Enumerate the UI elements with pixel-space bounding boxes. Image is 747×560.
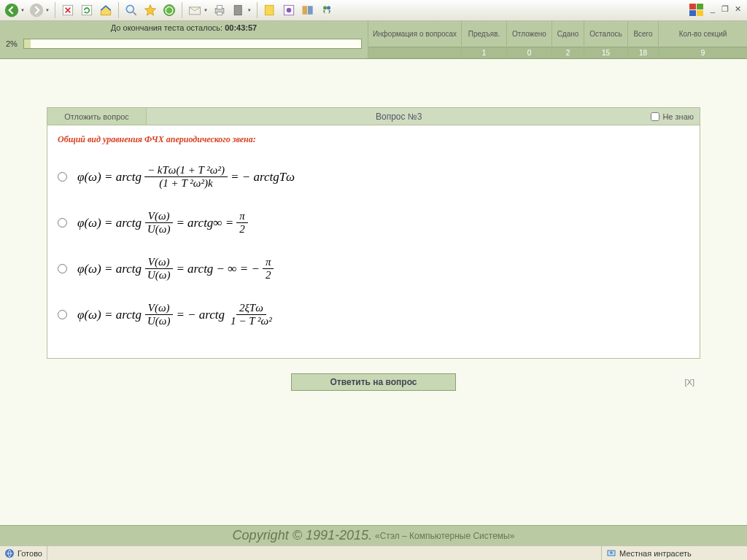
option-b: φ(ω) = arctg V(ω)U(ω) = arctg∞ = π2: [58, 206, 689, 240]
option-a-formula: φ(ω) = arctg − kTω(1 + T ²ω²)(1 + T ²ω²)…: [74, 160, 298, 194]
svg-rect-11: [265, 5, 274, 15]
notes-button[interactable]: [280, 1, 298, 19]
sections-val: 9: [659, 47, 747, 58]
timer-value: 00:43:57: [225, 23, 257, 32]
home-button[interactable]: [97, 1, 115, 19]
status-ready: Готово: [0, 546, 47, 560]
info-val: [368, 47, 461, 58]
close-button[interactable]: ✕: [732, 4, 743, 14]
remaining-label: Осталось: [584, 21, 627, 47]
postpone-button[interactable]: Отложить вопрос: [47, 108, 147, 125]
submitted-val: 2: [552, 47, 584, 58]
back-button[interactable]: [3, 1, 20, 19]
page-footer: Copyright © 1991-2015. «Стэл – Компьютер…: [0, 525, 747, 545]
svg-point-17: [327, 6, 330, 9]
option-b-radio[interactable]: [58, 218, 67, 228]
research-button[interactable]: [299, 1, 317, 19]
progress-row: 2%: [0, 34, 368, 53]
stop-button[interactable]: [59, 1, 77, 19]
question-number: Вопрос №3: [147, 112, 651, 122]
svg-rect-15: [308, 6, 313, 15]
minimize-button[interactable]: _: [708, 4, 718, 14]
option-a: φ(ω) = arctg − kTω(1 + T ²ω²)(1 + T ²ω²)…: [58, 160, 689, 194]
question-body: Общий вид уравнения ФЧХ апериодического …: [47, 125, 700, 358]
dontknow-checkbox[interactable]: [651, 112, 659, 121]
svg-point-4: [126, 5, 133, 12]
question-header: Отложить вопрос Вопрос №3 Не знаю: [47, 108, 700, 125]
messenger-button[interactable]: [318, 1, 336, 19]
presented-val: 1: [462, 47, 506, 58]
mail-dropdown-icon[interactable]: ▼: [204, 8, 208, 12]
svg-rect-21: [697, 10, 703, 16]
mail-button[interactable]: [186, 1, 204, 19]
timer-label: До окончания теста осталось:: [111, 23, 225, 32]
history-button[interactable]: [160, 1, 178, 19]
status-zone: Местная интрасеть: [601, 546, 747, 560]
test-header: До окончания теста осталось: 00:43:57 2%…: [0, 21, 747, 59]
svg-point-0: [5, 4, 18, 17]
discuss-button[interactable]: [261, 1, 279, 19]
windows-flag-icon: [689, 3, 705, 18]
svg-point-1: [30, 4, 43, 17]
option-b-formula: φ(ω) = arctg V(ω)U(ω) = arctg∞ = π2: [74, 206, 252, 240]
edit-dropdown-icon[interactable]: ▼: [247, 8, 252, 12]
option-d-radio[interactable]: [58, 310, 67, 319]
content-area: Отложить вопрос Вопрос №3 Не знаю Общий …: [0, 59, 747, 525]
timer-row: До окончания теста осталось: 00:43:57: [0, 21, 368, 34]
search-button[interactable]: [123, 1, 140, 19]
submitted-label: Сдано: [552, 21, 584, 47]
actions-row: Ответить на вопрос [X]: [47, 373, 700, 391]
total-val: 18: [628, 47, 658, 58]
intranet-icon: [606, 548, 616, 559]
status-bar: Готово Местная интрасеть: [0, 545, 747, 560]
svg-point-13: [286, 8, 291, 13]
copyright-text: Copyright © 1991-2015.: [233, 528, 372, 543]
option-c-radio[interactable]: [58, 264, 67, 273]
svg-rect-8: [217, 5, 222, 9]
question-panel: Отложить вопрос Вопрос №3 Не знаю Общий …: [47, 107, 700, 359]
dontknow-label[interactable]: Не знаю: [651, 112, 700, 121]
question-text: Общий вид уравнения ФЧХ апериодического …: [58, 134, 689, 145]
browser-toolbar: ▼ ▼ ▼ ▼: [0, 0, 747, 21]
svg-rect-20: [689, 10, 696, 16]
svg-point-16: [323, 6, 327, 9]
window-controls: _ ❐ ✕: [708, 4, 743, 14]
ie-icon: [4, 548, 15, 559]
remaining-val: 15: [584, 47, 627, 58]
progress-bar: [23, 39, 362, 49]
svg-rect-14: [302, 6, 307, 15]
svg-rect-18: [689, 4, 696, 9]
svg-rect-9: [217, 12, 222, 15]
edit-button[interactable]: [230, 1, 247, 19]
option-a-radio[interactable]: [58, 172, 67, 182]
option-c-formula: φ(ω) = arctg V(ω)U(ω) = arctg − ∞ = − π2: [74, 252, 278, 286]
forward-dropdown-icon[interactable]: ▼: [45, 8, 50, 12]
restore-button[interactable]: ❐: [720, 4, 730, 14]
total-label: Всего: [628, 21, 658, 47]
x-link[interactable]: [X]: [685, 378, 694, 386]
back-dropdown-icon[interactable]: ▼: [20, 8, 25, 12]
forward-button[interactable]: [28, 1, 45, 19]
option-d-formula: φ(ω) = arctg V(ω)U(ω) = − arctg 2ξTω1 − …: [74, 298, 279, 332]
postponed-val: 0: [507, 47, 551, 58]
favorites-button[interactable]: [142, 1, 159, 19]
company-text: «Стэл – Компьютерные Системы»: [375, 531, 514, 541]
refresh-button[interactable]: [78, 1, 96, 19]
presented-label: Предъяв.: [462, 21, 506, 47]
svg-rect-3: [82, 5, 91, 15]
answer-button[interactable]: Ответить на вопрос: [291, 373, 456, 391]
option-d: φ(ω) = arctg V(ω)U(ω) = − arctg 2ξTω1 − …: [58, 298, 689, 332]
info-label: Информация о вопросах: [368, 21, 461, 47]
sections-label: Кол-во секций: [659, 21, 747, 47]
progress-percent: 2%: [6, 39, 18, 48]
postponed-label: Отложено: [507, 21, 551, 47]
option-c: φ(ω) = arctg V(ω)U(ω) = arctg − ∞ = − π2: [58, 252, 689, 286]
svg-rect-10: [234, 5, 241, 15]
svg-rect-19: [697, 4, 703, 9]
print-button[interactable]: [211, 1, 228, 19]
svg-point-24: [610, 551, 613, 554]
